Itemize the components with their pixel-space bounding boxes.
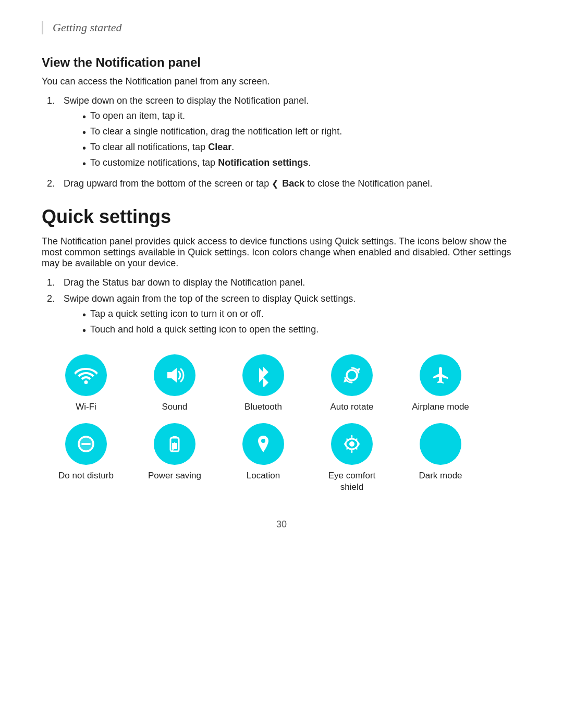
bluetooth-label: Bluetooth [244,401,282,413]
svg-marker-0 [167,368,177,382]
icon-location: Location [219,423,308,482]
autorotate-label: Auto rotate [330,401,373,413]
bullet-2: To clear a single notification, drag the… [82,126,521,139]
svg-rect-6 [81,443,91,445]
notification-bullets: To open an item, tap it. To clear a sing… [64,110,521,170]
darkmode-circle [420,423,461,465]
svg-line-19 [347,448,348,449]
svg-point-1 [347,370,357,380]
svg-line-18 [356,439,357,440]
quick-step-1: Drag the Status bar down to display the … [47,277,521,288]
icon-darkmode: Dark mode [396,423,485,482]
notification-intro: You can access the Notification panel fr… [42,76,521,87]
quick-bullet-1: Tap a quick setting icon to turn it on o… [82,309,521,321]
quick-settings-title: Quick settings [42,206,521,228]
notification-steps: Swipe down on the screen to display the … [42,95,521,189]
eyecomfort-circle [331,423,373,465]
quick-settings-intro: The Notification panel provides quick ac… [42,236,521,269]
svg-line-17 [356,448,357,449]
quick-bullets: Tap a quick setting icon to turn it on o… [64,309,521,337]
eyecomfort-label: Eye comfortshield [328,470,376,493]
svg-rect-8 [173,436,177,438]
bluetooth-circle [242,354,284,396]
page-number-container: 30 [42,519,521,530]
icon-powersaving: Power saving [130,423,219,482]
wifi-icon [75,364,97,387]
svg-point-11 [349,441,354,447]
svg-line-16 [347,439,348,440]
wifi-circle [65,354,107,396]
sound-circle [154,354,195,396]
sound-icon [163,364,186,387]
powersaving-label: Power saving [148,470,201,482]
darkmode-label: Dark mode [419,470,462,482]
icons-row-1: Wi-Fi Sound Bluetooth [42,354,521,418]
donotdisturb-label: Do not disturb [58,470,114,482]
eyecomfort-icon [340,433,363,455]
notification-section: View the Notification panel You can acce… [42,55,521,189]
step1-text: Swipe down on the screen to display the … [64,95,309,106]
quick-settings-section: Quick settings The Notification panel pr… [42,206,521,498]
powersaving-circle [154,423,195,465]
quick-bullet-2: Touch and hold a quick setting icon to o… [82,324,521,337]
quick-step-2: Swipe down again from the top of the scr… [47,293,521,340]
icon-donotdisturb: Do not disturb [42,423,130,482]
icon-bluetooth: Bluetooth [219,354,308,413]
wifi-label: Wi-Fi [76,401,96,413]
darkmode-icon [429,433,452,455]
icon-wifi: Wi-Fi [42,354,130,413]
airplane-circle [420,354,461,396]
donotdisturb-circle [65,423,107,465]
bullet-3: To clear all notifications, tap Clear. [82,142,521,154]
notification-step-2: Drag upward from the bottom of the scree… [47,178,521,189]
header-text: Getting started [53,21,122,34]
sound-label: Sound [162,401,187,413]
svg-point-10 [261,439,265,443]
page-number: 30 [276,519,287,529]
quick-settings-steps: Drag the Status bar down to display the … [42,277,521,340]
location-circle [242,423,284,465]
icon-eyecomfort: Eye comfortshield [308,423,396,493]
bullet-1: To open an item, tap it. [82,110,521,123]
icon-autorotate: Auto rotate [308,354,396,413]
notification-step-1: Swipe down on the screen to display the … [47,95,521,173]
page-header: Getting started [42,21,521,34]
airplane-label: Airplane mode [412,401,469,413]
autorotate-circle [331,354,373,396]
donotdisturb-icon [75,433,97,455]
airplane-icon [429,364,452,387]
bluetooth-icon [252,364,275,387]
icons-row-2: Do not disturb Power saving [42,423,521,498]
autorotate-icon [340,364,363,387]
icon-airplane: Airplane mode [396,354,485,413]
icon-sound: Sound [130,354,219,413]
bullet-4: To customize notifications, tap Notifica… [82,157,521,170]
icons-section: Wi-Fi Sound Bluetooth [42,354,521,498]
location-icon [252,433,275,455]
notification-title: View the Notification panel [42,55,521,70]
powersaving-icon [163,433,186,455]
location-label: Location [247,470,280,482]
